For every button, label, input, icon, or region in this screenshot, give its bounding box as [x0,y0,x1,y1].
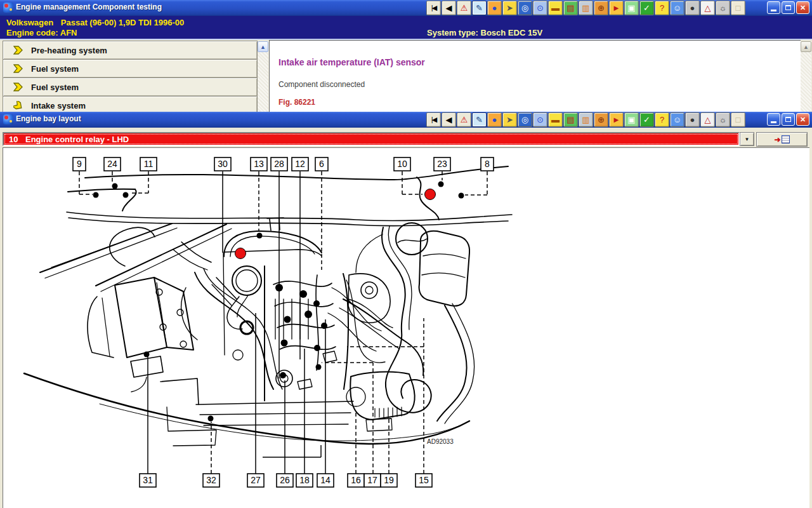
abs-icon[interactable]: △ [700,112,715,127]
gauge-icon[interactable]: ◎ [518,112,532,127]
svg-text:24: 24 [107,159,117,169]
restore-icon [785,5,791,10]
close-button[interactable]: ✕ [796,113,809,126]
engine-bay-diagram-area: 9 24 11 30 13 28 12 6 10 23 8 31 32 27 2… [3,147,809,508]
tools-icon[interactable]: ✓ [639,1,654,15]
globe-icon[interactable]: ● [487,112,502,127]
window1-title: Engine management Component testing [16,3,162,11]
minimize-button[interactable] [767,1,780,14]
component-dot[interactable] [235,248,246,259]
print-icon[interactable]: ▣ [624,112,639,127]
figure-code: AD92033 [427,438,454,445]
minimize-icon [771,121,776,123]
injector-icon[interactable]: ⊕ [594,1,608,15]
print-icon[interactable]: ▣ [624,1,639,15]
warning-icon[interactable]: ⚠ [457,1,471,15]
list-item-fuel-1[interactable]: Fuel system [3,59,258,78]
svg-text:15: 15 [419,475,429,485]
titlebar-2[interactable]: Engine bay layout |◀◀⚠✎●➤◎⊙▬▤▥⊕►▣✓?☺●△☼□… [0,112,812,128]
misc-disabled-icon[interactable]: □ [731,1,745,15]
car-icon[interactable]: ► [609,1,624,15]
svg-text:26: 26 [280,475,290,485]
engine-code: Engine code: AFN [6,28,77,37]
tools-icon[interactable]: ✓ [639,112,654,127]
selector-dropdown-button[interactable]: ▼ [740,132,754,146]
toolbar-1: |◀◀⚠✎●➤◎⊙▬▤▥⊕►▣✓?☺●△☼□ [426,0,745,16]
engine-bay-diagram: 9 24 11 30 13 28 12 6 10 23 8 31 32 27 2… [3,148,810,508]
component-selector[interactable]: 10 Engine control relay - LHD [3,132,740,146]
dashboard-icon[interactable]: ▥ [579,112,593,127]
svg-text:6: 6 [319,159,324,169]
scroll-up-icon[interactable]: ▲ [801,41,811,52]
app-icon [3,114,13,124]
car-icon[interactable]: ► [609,112,624,127]
ramp-icon[interactable]: ▬ [548,112,563,127]
engine-icon[interactable]: ● [685,1,700,15]
door-icon[interactable]: ▤ [563,1,578,15]
minimize-button[interactable] [767,113,780,126]
app-icon [3,3,13,13]
svg-text:32: 32 [206,475,216,485]
injector-icon[interactable]: ⊕ [594,112,608,127]
svg-text:10: 10 [397,159,407,169]
pointer-icon[interactable]: ➤ [502,112,517,127]
ramp-icon[interactable]: ▬ [548,1,563,15]
gears-icon[interactable]: ☼ [716,1,730,15]
svg-text:23: 23 [437,159,447,169]
svg-text:27: 27 [251,475,261,485]
svg-text:14: 14 [320,475,331,485]
svg-text:11: 11 [144,159,154,169]
vehicle-model: Passat (96-00) 1,9D TDI 1996-00 [61,18,184,27]
go-back-icon[interactable]: ◀ [442,1,456,15]
component-selector-row: 10 Engine control relay - LHD ▼ ➜ [0,132,812,147]
help-icon[interactable]: ? [655,1,669,15]
toolbar-2: |◀◀⚠✎●➤◎⊙▬▤▥⊕►▣✓?☺●△☼□ [426,112,745,128]
component-number: 10 [9,135,18,144]
close-button[interactable]: ✕ [796,1,809,14]
grid-icon [782,135,790,144]
svg-text:30: 30 [218,159,228,169]
door-icon[interactable]: ▤ [563,112,578,127]
component-heading: Intake air temperature (IAT) sensor [278,57,425,67]
go-first-icon[interactable]: |◀ [426,112,441,127]
arrow-icon [13,46,23,55]
scroll-up-icon[interactable]: ▲ [258,41,268,52]
dashboard-icon[interactable]: ▥ [579,1,593,15]
components-icon[interactable]: ⊙ [533,112,547,127]
figure-reference[interactable]: Fig. 86221 [278,98,315,107]
gauge-icon[interactable]: ◎ [518,1,532,15]
restore-button[interactable] [782,113,795,126]
minimize-icon [771,10,776,11]
component-testing-icon[interactable]: ✎ [472,1,487,15]
window1-controls: ✕ [767,1,809,14]
restore-icon [785,117,791,122]
svg-text:28: 28 [274,159,284,169]
globe-icon[interactable]: ● [487,1,502,15]
help-icon[interactable]: ? [655,112,669,127]
warning-icon[interactable]: ⚠ [457,112,471,127]
misc-disabled-icon[interactable]: □ [731,112,745,127]
arrow-icon [13,64,23,73]
component-label: Engine control relay - LHD [25,135,129,144]
restore-button[interactable] [782,1,795,14]
gears-icon[interactable]: ☼ [716,112,730,127]
titlebar-1[interactable]: Engine management Component testing |◀◀⚠… [0,0,812,16]
window-component-testing: Engine management Component testing |◀◀⚠… [0,0,812,127]
go-back-icon[interactable]: ◀ [442,112,456,127]
engine-icon[interactable]: ● [685,112,700,127]
list-item-fuel-2[interactable]: Fuel system [3,77,258,97]
svg-text:31: 31 [143,475,153,485]
component-list-button[interactable]: ➜ [756,132,808,147]
airbag-icon[interactable]: ☺ [670,1,684,15]
selected-component-dot[interactable] [425,189,436,200]
pointer-icon[interactable]: ➤ [502,1,517,15]
go-first-icon[interactable]: |◀ [426,1,441,15]
arrow-icon [13,83,23,91]
components-icon[interactable]: ⊙ [533,1,547,15]
airbag-icon[interactable]: ☺ [670,112,684,127]
list-item-preheating[interactable]: Pre-heating system [3,41,258,60]
window2-controls: ✕ [767,113,809,126]
abs-icon[interactable]: △ [700,1,715,15]
svg-text:9: 9 [77,159,82,169]
component-testing-icon[interactable]: ✎ [472,112,487,127]
